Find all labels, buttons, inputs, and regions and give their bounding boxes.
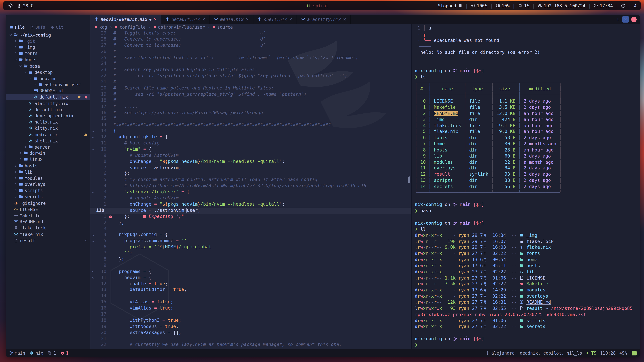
breadcrumb-item[interactable]: xdg — [94, 25, 107, 29]
chev-r-icon[interactable] — [14, 170, 17, 174]
editor-tab[interactable]: default.nix — [161, 15, 210, 24]
terminal-pane[interactable]: 1 │ a · ┬ · ╰── executable was not found… — [412, 24, 640, 349]
fold-column[interactable] — [90, 159, 96, 165]
editor-tab[interactable]: media.nix — [210, 15, 254, 24]
chev-d-icon[interactable] — [92, 233, 95, 237]
fold-column[interactable] — [90, 250, 96, 256]
tab-close-icon[interactable] — [343, 17, 346, 21]
fold-column[interactable] — [90, 275, 96, 281]
tabpage-1[interactable]: 1 — [614, 16, 621, 23]
tree-item[interactable]: LICENSE — [6, 206, 90, 212]
fold-column[interactable] — [90, 293, 96, 299]
tree-item[interactable]: alacritty.nix — [6, 100, 90, 106]
power[interactable] — [621, 3, 626, 8]
chev-d-icon[interactable] — [92, 191, 95, 194]
fold-column[interactable] — [90, 208, 96, 214]
code-line[interactable]: 19# sed -ri "s/pattern_str/replace_str/g… — [90, 91, 411, 97]
chev-r-icon[interactable] — [14, 45, 17, 49]
code-line[interactable]: 110 source = ./astronvim_user; — [90, 208, 411, 214]
tree-item[interactable]: scripts — [6, 187, 90, 194]
fold-column[interactable] — [90, 171, 96, 177]
code-line[interactable]: 14 — [90, 293, 411, 299]
keyboard-layout[interactable]: A — [634, 3, 636, 8]
tree-item[interactable]: lib — [6, 169, 90, 175]
fold-column[interactable] — [90, 49, 96, 55]
tree-item[interactable]: .gitignore — [6, 200, 90, 206]
cpu-usage[interactable]: 1% — [518, 3, 529, 8]
tree-item[interactable]: modules — [6, 175, 90, 181]
fold-column[interactable] — [90, 153, 96, 159]
close-all-button[interactable] — [631, 16, 636, 22]
chev-r-icon[interactable] — [24, 145, 27, 149]
code-line[interactable]: 28# Convert to uppercase: `U` — [90, 36, 411, 42]
buffer-count-widget[interactable]: 1 — [48, 351, 56, 355]
fold-column[interactable] — [90, 195, 96, 201]
sidebar-tab-bufs[interactable]: Bufs — [30, 25, 45, 29]
fold-column[interactable] — [90, 134, 96, 140]
fold-column[interactable] — [90, 91, 96, 97]
fold-column[interactable] — [90, 183, 96, 189]
fold-column[interactable] — [90, 55, 96, 61]
code-line[interactable]: 25# Save the selected text to a file: `:… — [90, 55, 411, 61]
git-branch-widget[interactable]: main — [9, 351, 25, 355]
pause-icon[interactable] — [306, 3, 310, 7]
tree-item[interactable]: darwin — [6, 150, 90, 156]
fold-column[interactable] — [90, 342, 96, 348]
launcher-gear-icon[interactable] — [8, 3, 13, 8]
fold-column[interactable] — [90, 226, 96, 232]
code-line[interactable]: 8 }; — [90, 256, 411, 263]
code-line[interactable]: 6 prefix = ''${HOME}/.npm-global — [90, 244, 411, 250]
chev-r-icon[interactable] — [14, 39, 17, 43]
service-status[interactable]: Stopped — [438, 3, 462, 8]
tree-item[interactable]: secrets — [6, 194, 90, 200]
tab-close-icon[interactable] — [154, 17, 157, 21]
chev-d-icon[interactable] — [92, 240, 95, 243]
code-line[interactable]: 16# See https://astronvim.com/Basic%20Us… — [90, 110, 411, 116]
code-line[interactable]: 26# — [90, 49, 411, 55]
tree-item[interactable]: base — [6, 63, 90, 69]
code-line[interactable]: 2 }; — [90, 220, 411, 226]
tree-item[interactable]: README.md — [6, 219, 90, 225]
tab-close-icon[interactable] — [289, 17, 292, 21]
chev-d-icon[interactable] — [9, 33, 12, 36]
chev-d-icon[interactable] — [92, 148, 95, 151]
code-line[interactable]: 17 — [90, 312, 411, 318]
code-line[interactable]: 5 # my cusotom astronvim config, astronv… — [90, 177, 411, 183]
chev-d-icon[interactable] — [92, 276, 95, 280]
chev-r-icon[interactable] — [14, 176, 17, 180]
fold-column[interactable] — [90, 256, 96, 263]
chev-d-icon[interactable] — [92, 130, 95, 133]
fold-column[interactable] — [90, 128, 96, 134]
chev-r-icon[interactable] — [14, 164, 17, 167]
code-line[interactable]: 18 withPython3 = true; — [90, 318, 411, 324]
code-line[interactable]: 27# Convert to lowercase: `u` — [90, 42, 411, 49]
breadcrumb-item[interactable]: astronvim/lua/user — [153, 25, 205, 29]
disk-usage[interactable]: 10% — [496, 3, 510, 8]
code-line[interactable]: 20 extraPackages = []; — [90, 330, 411, 336]
editor-scrollbar[interactable] — [408, 176, 410, 183]
fold-column[interactable] — [90, 97, 96, 104]
tree-item[interactable]: linux — [6, 156, 90, 162]
tree-item[interactable]: helix.nix — [6, 119, 90, 125]
fold-column[interactable] — [90, 232, 96, 238]
editor-tab[interactable]: alacritty.nix — [297, 15, 351, 24]
sidebar-tab-git[interactable]: Git — [51, 25, 64, 29]
tree-item[interactable]: neovim — [6, 75, 90, 81]
tree-item[interactable]: media.nix — [6, 131, 90, 138]
chev-d-icon[interactable] — [29, 77, 32, 80]
chev-r-icon[interactable] — [19, 158, 22, 161]
code-line[interactable]: 13{ — [90, 128, 411, 134]
editor-tab[interactable]: shell.nix — [254, 15, 297, 24]
code-line[interactable]: 19 withNodeJs = true; — [90, 324, 411, 330]
code-line[interactable]: 14######################################… — [90, 122, 411, 128]
code-line[interactable]: 24# — [90, 61, 411, 67]
code-line[interactable]: 9 — [90, 263, 411, 269]
fold-column[interactable] — [90, 305, 96, 311]
fold-column[interactable] — [90, 140, 96, 146]
fold-column[interactable] — [90, 287, 96, 293]
tree-item[interactable]: overlays — [6, 181, 90, 187]
chev-r-icon[interactable] — [14, 195, 17, 198]
chev-r-icon[interactable] — [14, 52, 17, 55]
tree-item[interactable]: flake.lock — [6, 225, 90, 231]
tree-item[interactable]: README.md — [6, 88, 90, 94]
